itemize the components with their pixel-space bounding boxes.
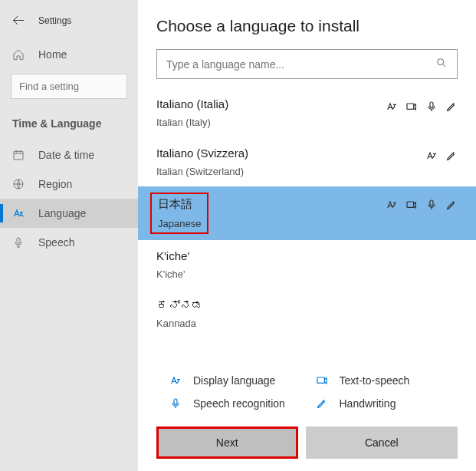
- speech-icon: [425, 199, 438, 211]
- speech-icon: [425, 100, 438, 113]
- back-arrow-icon[interactable]: 🡠: [12, 14, 25, 28]
- svg-rect-0: [14, 151, 23, 160]
- language-native-name: Italiano (Svizzera): [156, 147, 248, 160]
- svg-rect-7: [430, 200, 433, 206]
- language-text: 日本語Japanese: [150, 193, 208, 234]
- sidebar-search-input[interactable]: [11, 74, 127, 99]
- cancel-button[interactable]: Cancel: [306, 427, 458, 459]
- nav-region[interactable]: Region: [0, 170, 138, 199]
- home-icon: [12, 48, 25, 61]
- svg-rect-8: [317, 377, 324, 383]
- nav-label: Region: [38, 178, 72, 190]
- display-icon: [386, 100, 398, 113]
- legend: Display language Text-to-speech Speech r…: [138, 367, 476, 420]
- svg-rect-6: [407, 202, 414, 207]
- language-english-name: Japanese: [158, 218, 201, 229]
- svg-rect-5: [430, 102, 433, 107]
- language-item[interactable]: ಕನ್ನಡKannada: [138, 289, 476, 338]
- main-panel: Choose a language to install Italiano (I…: [138, 0, 476, 471]
- nav-language[interactable]: Language: [0, 199, 138, 228]
- language-english-name: Kannada: [156, 318, 203, 329]
- nav-speech[interactable]: Speech: [0, 228, 138, 257]
- language-icon: [12, 207, 25, 219]
- tts-icon: [405, 100, 418, 113]
- calendar-icon: [12, 149, 25, 161]
- main-title: Choose a language to install: [138, 0, 476, 49]
- display-language-icon: [169, 374, 182, 387]
- handwriting-icon: [445, 199, 458, 211]
- sidebar-section-header: Time & Language: [0, 111, 138, 140]
- language-feature-icons: [386, 97, 458, 113]
- dialog-buttons: Next Cancel: [138, 420, 476, 471]
- settings-title: Settings: [38, 15, 71, 26]
- language-item[interactable]: 日本語Japanese: [138, 186, 476, 240]
- language-text: Italiano (Svizzera)Italian (Switzerland): [156, 147, 248, 177]
- handwriting-icon: [445, 150, 458, 162]
- sidebar: 🡠 Settings Home Time & Language Date & t…: [0, 0, 138, 471]
- globe-icon: [12, 178, 25, 190]
- language-english-name: Italian (Switzerland): [156, 166, 248, 177]
- language-text: K'iche'K'iche': [156, 249, 189, 280]
- legend-tts: Text-to-speech: [315, 374, 446, 387]
- search-icon: [435, 57, 448, 71]
- handwriting-icon: [445, 100, 458, 113]
- language-english-name: K'iche': [156, 268, 189, 280]
- display-icon: [425, 150, 438, 162]
- next-button[interactable]: Next: [159, 429, 296, 456]
- speech-recognition-icon: [169, 397, 182, 410]
- language-item[interactable]: Italiano (Italia)Italian (Italy): [138, 88, 476, 137]
- legend-label: Speech recognition: [193, 397, 285, 410]
- language-text: Italiano (Italia)Italian (Italy): [156, 97, 228, 128]
- svg-rect-9: [174, 399, 177, 404]
- language-feature-icons: [425, 147, 458, 162]
- language-search-box[interactable]: [156, 49, 458, 79]
- nav-date-time[interactable]: Date & time: [0, 140, 138, 170]
- nav-home-label: Home: [38, 48, 67, 61]
- language-english-name: Italian (Italy): [156, 117, 228, 128]
- handwriting-icon: [315, 397, 329, 410]
- display-icon: [386, 199, 398, 211]
- legend-label: Display language: [193, 374, 275, 387]
- language-native-name: Italiano (Italia): [156, 97, 228, 110]
- legend-label: Text-to-speech: [340, 374, 410, 387]
- nav-label: Language: [38, 207, 86, 219]
- legend-handwriting: Handwriting: [315, 397, 446, 410]
- language-text: ಕನ್ನಡKannada: [156, 298, 203, 329]
- nav-home[interactable]: Home: [0, 40, 138, 69]
- tts-icon: [405, 199, 418, 211]
- svg-rect-2: [17, 238, 20, 243]
- svg-point-3: [438, 59, 444, 65]
- text-to-speech-icon: [315, 374, 329, 387]
- nav-label: Date & time: [38, 149, 94, 161]
- svg-rect-4: [407, 104, 414, 109]
- language-native-name: ಕನ್ನಡ: [156, 298, 203, 311]
- next-button-highlight: Next: [156, 427, 298, 459]
- sidebar-header: 🡠 Settings: [0, 9, 138, 40]
- language-native-name: 日本語: [158, 197, 201, 212]
- legend-label: Handwriting: [340, 397, 396, 410]
- language-item[interactable]: Italiano (Svizzera)Italian (Switzerland): [138, 137, 476, 186]
- nav-label: Speech: [38, 236, 74, 249]
- legend-display: Display language: [169, 374, 300, 387]
- language-feature-icons: [386, 196, 458, 211]
- active-indicator: [0, 204, 3, 222]
- language-item[interactable]: K'iche'K'iche': [138, 240, 476, 289]
- language-native-name: K'iche': [156, 249, 189, 262]
- legend-speech: Speech recognition: [169, 397, 300, 410]
- mic-icon: [12, 236, 25, 249]
- language-search-input[interactable]: [166, 58, 435, 71]
- language-list: Italiano (Italia)Italian (Italy)Italiano…: [138, 88, 476, 367]
